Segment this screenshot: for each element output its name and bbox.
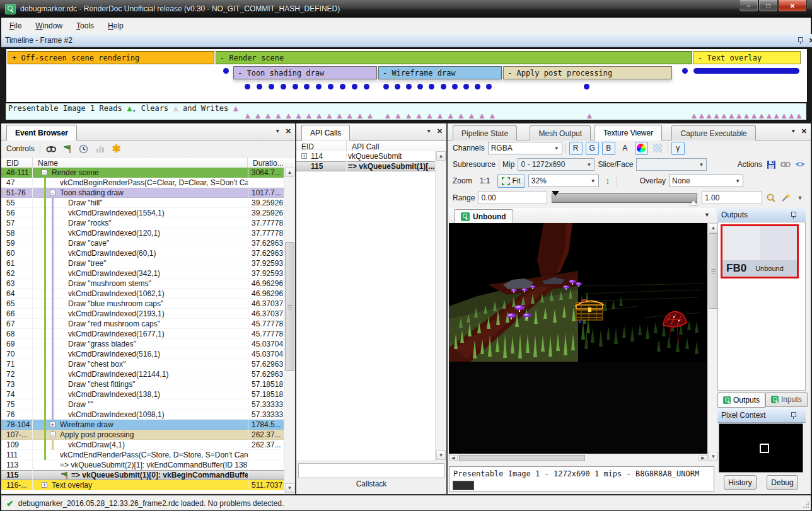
histogram-wand-icon[interactable] (780, 192, 791, 204)
event-row[interactable]: 61Draw "tree"37.92593 (1, 258, 284, 268)
menu-help[interactable]: Help (102, 20, 129, 32)
event-row[interactable]: 72vkCmdDrawIndexed(12144,1)57.62963 (1, 369, 284, 379)
tab-event-browser[interactable]: Event Browser (6, 125, 77, 141)
event-row[interactable]: 60vkCmdDrawIndexed(60,1)37.62963 (1, 248, 284, 258)
event-row[interactable]: 66vkCmdDrawIndexed(2193,1)46.37037 (1, 309, 284, 319)
event-row[interactable]: 107-...−Apply post processing262.37... (1, 430, 284, 440)
autofit-magnifier-icon[interactable] (765, 192, 777, 204)
timeline-draw-dot[interactable] (223, 68, 229, 74)
tab-pipeline-state[interactable]: Pipeline State (453, 125, 517, 141)
timeline-subsection[interactable]: - Apply post processing (503, 66, 672, 79)
chevron-down-icon[interactable]: ▾ (276, 127, 279, 135)
timeline-draw-dots[interactable] (584, 84, 590, 89)
timeline-subsection[interactable]: - Wireframe draw (378, 66, 502, 79)
find-icon[interactable] (45, 143, 57, 154)
pixel-context-view[interactable] (719, 423, 803, 473)
collapse-icon[interactable]: − (50, 432, 55, 437)
event-browser-scrollbar[interactable]: ▲ ▼ (284, 168, 295, 493)
fit-button[interactable]: Fit (497, 175, 525, 188)
event-row[interactable]: 116-...+Text overlay511.7037 (1, 480, 284, 490)
pin-icon[interactable] (790, 211, 797, 219)
event-row[interactable]: 56vkCmdDrawIndexed(1554,1)39.25926 (1, 208, 284, 218)
event-row[interactable]: 74vkCmdDrawIndexed(138,1)57.18518 (1, 389, 284, 399)
range-black-handle[interactable] (552, 191, 559, 196)
scrollbar-thumb[interactable] (285, 242, 294, 371)
scroll-left-icon[interactable]: ◀ (449, 455, 458, 461)
event-row[interactable]: 59Draw "cave"37.62963 (1, 238, 284, 248)
event-row[interactable]: 62vkCmdDrawIndexed(342,1)37.92593 (1, 268, 284, 278)
event-row[interactable]: 57Draw "rocks"37.77778 (1, 218, 284, 228)
close-icon[interactable]: ✕ (286, 127, 291, 135)
collapse-icon[interactable]: − (42, 169, 47, 175)
link-icon[interactable] (780, 159, 791, 170)
scroll-right-icon[interactable]: ▶ (699, 455, 707, 461)
timeline-draw-dots[interactable] (383, 84, 492, 89)
gamma-button[interactable]: γ (671, 142, 685, 155)
pin-icon[interactable] (790, 411, 797, 419)
scroll-up-icon[interactable]: ▲ (285, 168, 294, 177)
stats-icon[interactable] (95, 143, 106, 154)
timeline-section[interactable]: + Off-screen scene rendering (8, 51, 214, 64)
event-row[interactable]: 115=> vkQueueSubmit(1)[0]: vkBeginComman… (1, 470, 284, 480)
timeline-draw-dots[interactable] (245, 84, 369, 89)
event-row[interactable]: 46-111−Render scene3064.7... (1, 168, 284, 178)
timeline-draw-dot[interactable] (682, 68, 688, 74)
event-row[interactable]: 68vkCmdDrawIndexed(1677,1)45.77778 (1, 329, 284, 339)
event-row[interactable]: 55Draw "hill"39.25926 (1, 198, 284, 208)
event-row[interactable]: 64vkCmdDrawIndexed(1062,1)46.96296 (1, 289, 284, 299)
menu-tools[interactable]: Tools (71, 20, 100, 32)
event-row[interactable]: 65Draw "blue mushroom caps"46.37037 (1, 299, 284, 309)
event-row[interactable]: 111vkCmdEndRenderPass(C=Store, D=Store, … (1, 450, 284, 460)
colorwheel-button[interactable] (635, 142, 648, 155)
slice-face-select[interactable]: ▼ (636, 158, 707, 171)
event-row[interactable]: 63Draw "mushroom stems"46.96296 (1, 278, 284, 289)
event-row[interactable]: 113=> vkQueueSubmit(2)[1]: vkEndCommandB… (1, 460, 284, 470)
range-slider[interactable] (552, 193, 697, 203)
event-row[interactable]: 58vkCmdDrawIndexed(120,1)37.77778 (1, 228, 284, 238)
close-icon[interactable]: ✕ (809, 37, 812, 45)
scroll-up-icon[interactable]: ▲ (709, 223, 718, 233)
api-calls-scrollbar[interactable]: ▲ ▼ (435, 151, 446, 460)
timeline-draw-bar[interactable] (693, 68, 799, 74)
close-button[interactable]: ✕ (778, 0, 807, 12)
api-call-row[interactable]: +114vkQueueSubmit (296, 151, 436, 161)
event-row[interactable]: 71Draw "chest box"57.62963 (1, 359, 284, 369)
range-min-input[interactable]: 0.00 (478, 192, 547, 204)
channel-a-button[interactable]: A (618, 142, 632, 155)
event-row[interactable]: 75Draw ""57.33333 (1, 399, 284, 410)
viewer-hscrollbar[interactable]: ◀ ▶ (449, 454, 707, 462)
chevron-down-icon[interactable]: ▼ (704, 212, 710, 218)
bookmark-flag-icon[interactable] (62, 143, 73, 154)
scroll-down-icon[interactable]: ▼ (709, 452, 718, 461)
timeline-section[interactable]: - Render scene (216, 51, 692, 64)
scroll-down-icon[interactable]: ▼ (285, 483, 294, 493)
api-call-row[interactable]: 115=> vkQueueSubmit(1)[... (296, 161, 436, 171)
event-row[interactable]: 47vkCmdBeginRenderPass(C=Clear, D=Clear,… (1, 178, 284, 188)
channel-b-button[interactable]: B (602, 142, 615, 155)
close-icon[interactable]: ✕ (437, 127, 443, 135)
debug-button[interactable]: Debug (767, 475, 798, 490)
scroll-up-icon[interactable]: ▲ (436, 151, 446, 161)
event-row[interactable]: 109vkCmdDraw(4,1)262.37... (1, 440, 284, 450)
event-row[interactable]: 76vkCmdDrawIndexed(1098,1)57.33333 (1, 410, 284, 420)
resize-grip[interactable] (803, 502, 809, 508)
expand-icon[interactable]: + (301, 153, 307, 159)
pin-icon[interactable] (797, 37, 804, 44)
history-button[interactable]: History (724, 475, 757, 490)
event-row[interactable]: 67Draw "red mushroom caps"45.77778 (1, 319, 284, 329)
timeline-chart[interactable]: + Off-screen scene rendering- Render sce… (5, 48, 808, 103)
mip-select[interactable]: 0 - 1272x690▼ (518, 158, 594, 171)
overflow-icon[interactable]: ▼ (794, 192, 806, 204)
event-row[interactable]: 73Draw "chest fittings"57.18518 (1, 379, 284, 389)
tab-unbound-texture[interactable]: Unbound (454, 209, 513, 224)
menu-file[interactable]: File (4, 20, 27, 32)
chevron-down-icon[interactable]: ▾ (792, 127, 795, 135)
event-row[interactable]: 51-76−Toon shading draw1017.7... (1, 188, 284, 198)
star-icon[interactable]: ✱ (111, 143, 122, 154)
range-white-handle[interactable] (690, 200, 697, 205)
time-icon[interactable] (78, 143, 90, 154)
tab-api-calls[interactable]: API Calls (301, 125, 350, 141)
flip-y-icon[interactable]: ↕ (602, 175, 613, 187)
event-row[interactable]: 70vkCmdDrawIndexed(516,1)45.03704 (1, 349, 284, 359)
alpha-checker-button[interactable] (651, 142, 664, 155)
